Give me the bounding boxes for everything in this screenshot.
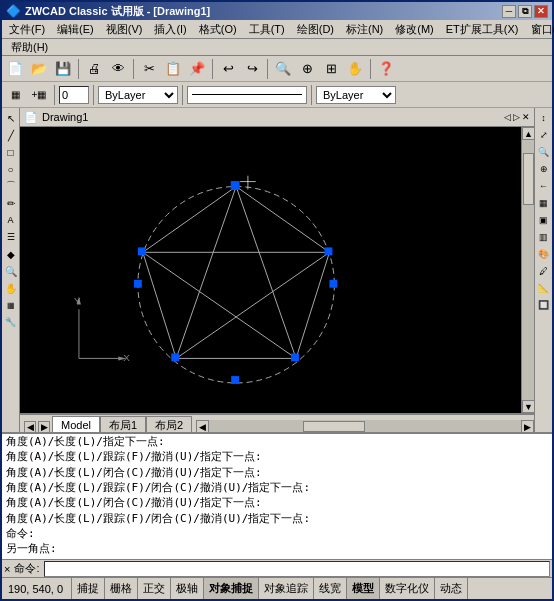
right-btn-12[interactable]: 🔲 xyxy=(536,297,552,313)
btn-print[interactable]: 🖨 xyxy=(83,58,105,80)
right-btn-2[interactable]: ⤢ xyxy=(536,127,552,143)
layer-input[interactable] xyxy=(59,86,89,104)
hscroll-left-button[interactable]: ◀ xyxy=(196,420,209,432)
btn-open[interactable]: 📂 xyxy=(28,58,50,80)
right-btn-1[interactable]: ↕ xyxy=(536,110,552,126)
status-grid[interactable]: 栅格 xyxy=(105,578,138,599)
cmd-line-11: 角度(A)/长度(L)/跟踪(F)/闭合(C)/撤消(U)/指定下一点: xyxy=(6,480,548,495)
close-button[interactable]: ✕ xyxy=(534,5,548,18)
minimize-button[interactable]: ─ xyxy=(502,5,516,18)
menu-et[interactable]: ET扩展工具(X) xyxy=(441,20,524,39)
tool-point[interactable]: ◆ xyxy=(3,246,19,262)
btn-redo[interactable]: ↪ xyxy=(241,58,263,80)
status-dynamic[interactable]: 动态 xyxy=(435,578,468,599)
tab-model[interactable]: Model xyxy=(52,416,100,432)
status-polar[interactable]: 极轴 xyxy=(171,578,204,599)
restore-button[interactable]: ⧉ xyxy=(518,5,532,18)
doc-title-bar: 📄 Drawing1 ◁ ▷ ✕ xyxy=(20,108,534,127)
menu-edit[interactable]: 编辑(E) xyxy=(52,20,99,39)
menu-draw[interactable]: 绘图(D) xyxy=(292,20,339,39)
canvas-area[interactable]: X Y xyxy=(20,127,521,413)
right-btn-8[interactable]: ▥ xyxy=(536,229,552,245)
hscroll-right-button[interactable]: ▶ xyxy=(521,420,534,432)
tool-properties[interactable]: 🔧 xyxy=(3,314,19,330)
status-ortho[interactable]: 正交 xyxy=(138,578,171,599)
btn-save[interactable]: 💾 xyxy=(52,58,74,80)
status-digitizer[interactable]: 数字化仪 xyxy=(380,578,435,599)
btn-undo[interactable]: ↩ xyxy=(217,58,239,80)
command-output: 块(B)/<分段数>: 5 命令: 命令: _line 线的起始点: <对象捕捉… xyxy=(2,434,552,559)
btn-layer-mgr[interactable]: ▦ xyxy=(4,84,26,106)
svg-rect-26 xyxy=(231,376,239,384)
svg-rect-18 xyxy=(231,182,239,190)
btn-zoom-prev[interactable]: ⊕ xyxy=(296,58,318,80)
btn-preview[interactable]: 👁 xyxy=(107,58,129,80)
menu-window[interactable]: 窗口(W) xyxy=(526,20,554,39)
right-btn-6[interactable]: ▦ xyxy=(536,195,552,211)
sep7 xyxy=(93,85,94,105)
tool-zoom[interactable]: 🔍 xyxy=(3,263,19,279)
menu-help[interactable]: 帮助(H) xyxy=(6,38,53,57)
status-model[interactable]: 模型 xyxy=(347,578,380,599)
tool-layer2[interactable]: ▦ xyxy=(3,297,19,313)
menu-insert[interactable]: 插入(I) xyxy=(149,20,191,39)
status-osnap[interactable]: 对象捕捉 xyxy=(204,578,259,599)
btn-zoom-window[interactable]: 🔍 xyxy=(272,58,294,80)
btn-paste[interactable]: 📌 xyxy=(186,58,208,80)
panel-collapse-right[interactable]: ▷ xyxy=(513,112,520,122)
status-otrack[interactable]: 对象追踪 xyxy=(259,578,314,599)
right-btn-3[interactable]: 🔍 xyxy=(536,144,552,160)
command-panel: 块(B)/<分段数>: 5 命令: 命令: _line 线的起始点: <对象捕捉… xyxy=(2,432,552,577)
tool-hatch[interactable]: ☰ xyxy=(3,229,19,245)
right-btn-5[interactable]: ← xyxy=(536,178,552,194)
menu-modify[interactable]: 修改(M) xyxy=(390,20,439,39)
linetype-dropdown[interactable]: ByLayer xyxy=(98,86,178,104)
menu-file[interactable]: 文件(F) xyxy=(4,20,50,39)
tool-text[interactable]: A xyxy=(3,212,19,228)
status-lineweight[interactable]: 线宽 xyxy=(314,578,347,599)
tool-rect[interactable]: □ xyxy=(3,144,19,160)
svg-rect-19 xyxy=(325,247,333,255)
btn-help[interactable]: ❓ xyxy=(375,58,397,80)
btn-pan[interactable]: ✋ xyxy=(344,58,366,80)
btn-zoom-extent[interactable]: ⊞ xyxy=(320,58,342,80)
app-icon: 🔷 xyxy=(6,4,21,18)
tool-circle[interactable]: ○ xyxy=(3,161,19,177)
menu-tools[interactable]: 工具(T) xyxy=(244,20,290,39)
panel-collapse-left[interactable]: ◁ xyxy=(504,112,511,122)
btn-cut[interactable]: ✂ xyxy=(138,58,160,80)
vscroll-down-button[interactable]: ▼ xyxy=(522,400,534,413)
linecolor-dropdown[interactable]: ByLayer xyxy=(316,86,396,104)
title-bar-controls: ─ ⧉ ✕ xyxy=(502,5,548,18)
vscroll-track[interactable] xyxy=(522,140,534,400)
cmd-close-icon[interactable]: × xyxy=(4,563,10,575)
vscroll-up-button[interactable]: ▲ xyxy=(522,127,534,140)
right-btn-10[interactable]: 🖊 xyxy=(536,263,552,279)
tab-nav-prev[interactable]: ◀ xyxy=(24,421,36,432)
panel-close[interactable]: ✕ xyxy=(522,112,530,122)
right-btn-4[interactable]: ⊕ xyxy=(536,161,552,177)
tab-nav-next[interactable]: ▶ xyxy=(38,421,50,432)
vscroll-thumb[interactable] xyxy=(523,153,534,205)
tool-polyline[interactable]: ✏ xyxy=(3,195,19,211)
btn-copy[interactable]: 📋 xyxy=(162,58,184,80)
tool-pan2[interactable]: ✋ xyxy=(3,280,19,296)
cmd-line-13: 角度(A)/长度(L)/跟踪(F)/闭合(C)/撤消(U)/指定下一点: xyxy=(6,511,548,526)
command-input[interactable] xyxy=(44,561,551,577)
tool-arc[interactable]: ⌒ xyxy=(3,178,19,194)
right-btn-9[interactable]: 🎨 xyxy=(536,246,552,262)
hscroll-track[interactable] xyxy=(209,420,521,432)
right-btn-7[interactable]: ▣ xyxy=(536,212,552,228)
tab-layout2[interactable]: 布局2 xyxy=(146,416,192,432)
menu-view[interactable]: 视图(V) xyxy=(101,20,148,39)
btn-new[interactable]: 📄 xyxy=(4,58,26,80)
tool-line[interactable]: ╱ xyxy=(3,127,19,143)
right-btn-11[interactable]: 📐 xyxy=(536,280,552,296)
status-snap[interactable]: 捕捉 xyxy=(72,578,105,599)
hscroll-thumb[interactable] xyxy=(303,421,365,432)
menu-dimension[interactable]: 标注(N) xyxy=(341,20,388,39)
tool-select[interactable]: ↖ xyxy=(3,110,19,126)
tab-layout1[interactable]: 布局1 xyxy=(100,416,146,432)
menu-format[interactable]: 格式(O) xyxy=(194,20,242,39)
btn-layer-add[interactable]: +▦ xyxy=(28,84,50,106)
